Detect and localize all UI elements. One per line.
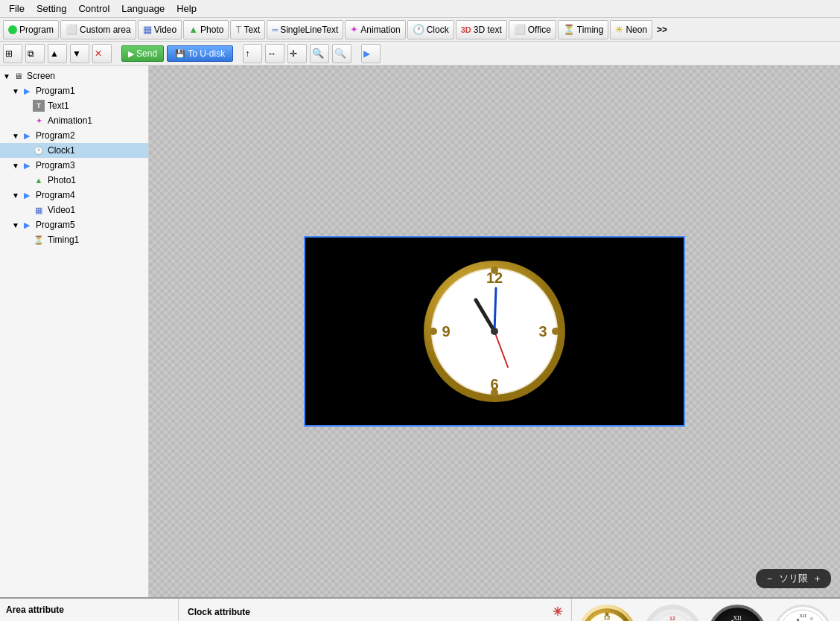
- bottom-panel: Area attribute layout ⬜ 🔒 Frame —— — Tra…: [0, 597, 840, 621]
- udisk-btn[interactable]: 💾 To U-disk: [167, 45, 233, 62]
- toolbar2: ⊞ ⧉ ▲ ▼ ✕ ▶ Send 💾 To U-disk ↑ ↔ ✛ 🔍 🔍 ▶: [0, 42, 840, 66]
- toolbar-text[interactable]: T Text: [230, 20, 265, 39]
- expand-program1[interactable]: ▼: [12, 87, 21, 95]
- toolbar1: Program ⬜ Custom area ▦ Video ▲ Photo T …: [0, 18, 840, 42]
- program-icon: [8, 25, 17, 34]
- toolbar-more[interactable]: >>: [654, 23, 670, 36]
- face3-svg: XII III VI IX: [713, 610, 761, 621]
- delete-btn[interactable]: ✕: [92, 44, 112, 63]
- program5-label: Program5: [36, 220, 75, 230]
- clock-face-1[interactable]: 12 3 6 9: [578, 605, 636, 621]
- toolbar-singleline[interactable]: ═ SingleLineText: [267, 20, 343, 39]
- send-btn[interactable]: ▶ Send: [121, 45, 164, 62]
- send-icon: ▶: [128, 49, 136, 58]
- toolbar-text-label: Text: [244, 25, 260, 35]
- sidebar-item-text1[interactable]: T Text1: [0, 98, 148, 113]
- program4-label: Program4: [36, 190, 75, 200]
- delete-icon: ✕: [95, 48, 102, 59]
- menu-setting[interactable]: Setting: [31, 1, 72, 16]
- zoom-plus[interactable]: ＋: [812, 572, 822, 585]
- zoom-minus[interactable]: －: [765, 572, 774, 585]
- toolbar-video-label: Video: [154, 25, 176, 35]
- sidebar-item-program2[interactable]: ▼ ▶ Program2: [0, 128, 148, 143]
- clock-preview-svg: 12 3 6 9: [420, 257, 569, 406]
- clock-face-4[interactable]: XII III VI IX II V: [774, 605, 832, 621]
- zoom-control[interactable]: － ソリ限 ＋: [756, 569, 831, 588]
- toolbar-timing[interactable]: ⏳ Timing: [558, 20, 609, 39]
- program2-icon: ▶: [21, 130, 33, 141]
- play-btn[interactable]: ▶: [361, 44, 381, 63]
- svg-text:12: 12: [669, 616, 675, 621]
- expand-program4[interactable]: ▼: [12, 191, 21, 200]
- toolbar-3dtext-label: 3D text: [474, 25, 502, 35]
- arrow-lr-btn[interactable]: ↔: [265, 44, 284, 63]
- menu-language[interactable]: Language: [115, 1, 171, 16]
- arrow-lr-icon: ↔: [267, 48, 276, 59]
- toolbar-photo-label: Photo: [200, 25, 223, 35]
- screen-icon: 🖥: [12, 70, 24, 82]
- sidebar-item-video1[interactable]: ▦ Video1: [0, 203, 148, 217]
- menu-file[interactable]: File: [3, 1, 31, 16]
- move-up-btn[interactable]: ▲: [48, 44, 67, 63]
- toolbar-custom[interactable]: ⬜ Custom area: [60, 20, 136, 39]
- sidebar-item-clock1[interactable]: 🕐 Clock1: [0, 143, 148, 158]
- settings-gear-icon[interactable]: ✳: [553, 605, 562, 619]
- toolbar-neon-label: Neon: [626, 25, 647, 35]
- face2-svg: 12 3 6 9: [651, 612, 694, 621]
- clock-face-2[interactable]: 12 3 6 9: [643, 605, 701, 621]
- custom-icon: ⬜: [66, 24, 77, 35]
- zoom-in-btn[interactable]: 🔍: [310, 44, 329, 63]
- office-icon: ⬜: [514, 24, 526, 35]
- clock-attr-panel: Clock attribute ✳ 09:00: [179, 599, 572, 621]
- toolbar-3dtext[interactable]: 3D 3D text: [456, 20, 507, 39]
- sidebar-item-program1[interactable]: ▼ ▶ Program1: [0, 83, 148, 98]
- sidebar-item-program5[interactable]: ▼ ▶ Program5: [0, 217, 148, 232]
- toolbar-photo[interactable]: ▲ Photo: [183, 20, 229, 39]
- program3-icon: ▶: [21, 159, 33, 171]
- sidebar-item-program3[interactable]: ▼ ▶ Program3: [0, 158, 148, 173]
- toolbar-office[interactable]: ⬜ Office: [509, 20, 556, 39]
- expand-program3[interactable]: ▼: [12, 162, 21, 170]
- move-icon: ✛: [290, 48, 297, 59]
- text1-label: Text1: [48, 101, 69, 111]
- photo-icon: ▲: [188, 24, 198, 35]
- expand-program5[interactable]: ▼: [12, 221, 21, 229]
- sidebar-item-screen[interactable]: ▼ 🖥 Screen: [0, 69, 148, 83]
- sidebar-item-photo1[interactable]: ▲ Photo1: [0, 173, 148, 188]
- paste-btn[interactable]: ⧉: [25, 44, 45, 63]
- menu-control[interactable]: Control: [72, 1, 115, 16]
- screen-label: Screen: [27, 71, 55, 81]
- svg-point-6: [552, 328, 559, 335]
- move-up-icon: ▲: [50, 48, 59, 59]
- toolbar-clock[interactable]: 🕐 Clock: [407, 20, 454, 39]
- program2-label: Program2: [36, 130, 75, 141]
- clock-face-3[interactable]: XII III VI IX: [708, 605, 766, 621]
- svg-point-5: [430, 328, 437, 335]
- text-icon: T: [235, 24, 241, 35]
- toolbar-video[interactable]: ▦ Video: [138, 20, 182, 39]
- sidebar-item-program4[interactable]: ▼ ▶ Program4: [0, 188, 148, 203]
- timing-icon: ⏳: [563, 24, 575, 35]
- canvas-preview: 12 3 6 9: [304, 236, 685, 427]
- expand-program2[interactable]: ▼: [12, 132, 21, 140]
- move-down-btn[interactable]: ▼: [70, 44, 89, 63]
- zoom-out-btn[interactable]: 🔍: [332, 44, 351, 63]
- toolbar-animation[interactable]: ✦ Animation: [345, 20, 405, 39]
- expand-screen[interactable]: ▼: [3, 72, 12, 80]
- toolbar-program[interactable]: Program: [3, 20, 59, 39]
- paste-icon: ⧉: [28, 48, 34, 59]
- arrow-up-btn[interactable]: ↑: [243, 44, 262, 63]
- zoom-out-icon: 🔍: [334, 48, 346, 59]
- svg-point-34: [605, 613, 609, 617]
- copy-btn[interactable]: ⊞: [3, 44, 22, 63]
- svg-text:XII: XII: [799, 613, 806, 619]
- face4-svg: XII III VI IX II V: [777, 608, 828, 621]
- move-btn[interactable]: ✛: [287, 44, 307, 63]
- clock1-icon: 🕐: [33, 144, 45, 156]
- sidebar-item-timing1[interactable]: ⏳ Timing1: [0, 232, 148, 247]
- copy-icon: ⊞: [5, 48, 13, 59]
- sidebar-item-animation1[interactable]: ✦ Animation1: [0, 113, 148, 128]
- toolbar-neon[interactable]: ✳ Neon: [610, 20, 652, 39]
- video1-icon: ▦: [33, 204, 45, 216]
- menu-help[interactable]: Help: [171, 1, 203, 16]
